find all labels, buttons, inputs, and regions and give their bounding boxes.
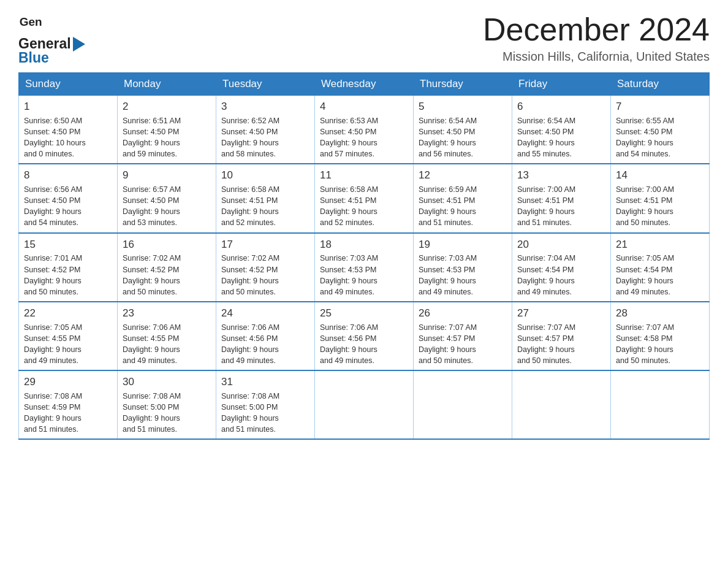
day-info: Sunrise: 7:02 AMSunset: 4:52 PMDaylight:… [123,253,211,297]
calendar-day-cell: 23Sunrise: 7:06 AMSunset: 4:55 PMDayligh… [118,302,216,370]
day-number: 29 [24,375,112,389]
calendar-header-row: SundayMondayTuesdayWednesdayThursdayFrid… [19,73,710,96]
day-number: 18 [320,237,408,252]
calendar-day-cell: 25Sunrise: 7:06 AMSunset: 4:56 PMDayligh… [315,302,414,370]
calendar-day-cell [315,370,414,439]
calendar-day-cell: 1Sunrise: 6:50 AMSunset: 4:50 PMDaylight… [19,96,118,164]
calendar-day-cell: 15Sunrise: 7:01 AMSunset: 4:52 PMDayligh… [19,233,118,302]
day-info: Sunrise: 6:50 AMSunset: 4:50 PMDaylight:… [24,115,112,160]
day-info: Sunrise: 6:57 AMSunset: 4:50 PMDaylight:… [123,184,211,229]
calendar-week-row: 8Sunrise: 6:56 AMSunset: 4:50 PMDaylight… [19,164,710,232]
calendar-day-cell: 29Sunrise: 7:08 AMSunset: 4:59 PMDayligh… [19,370,118,439]
day-number: 7 [616,99,704,114]
calendar-day-cell: 16Sunrise: 7:02 AMSunset: 4:52 PMDayligh… [118,233,216,302]
day-number: 20 [517,237,605,252]
page-subtitle: Mission Hills, California, United States [483,50,710,64]
day-info: Sunrise: 7:05 AMSunset: 4:54 PMDaylight:… [616,253,704,297]
calendar-day-cell: 14Sunrise: 7:00 AMSunset: 4:51 PMDayligh… [611,164,710,232]
logo-triangle-icon [73,37,85,52]
calendar-day-cell: 3Sunrise: 6:52 AMSunset: 4:50 PMDaylight… [216,96,315,164]
calendar-day-cell: 22Sunrise: 7:05 AMSunset: 4:55 PMDayligh… [19,302,118,370]
calendar-day-cell: 19Sunrise: 7:03 AMSunset: 4:53 PMDayligh… [414,233,512,302]
day-number: 17 [221,237,309,252]
day-info: Sunrise: 7:06 AMSunset: 4:56 PMDaylight:… [221,322,309,367]
calendar-day-cell: 18Sunrise: 7:03 AMSunset: 4:53 PMDayligh… [315,233,414,302]
calendar-day-cell: 13Sunrise: 7:00 AMSunset: 4:51 PMDayligh… [512,164,611,232]
day-info: Sunrise: 6:53 AMSunset: 4:50 PMDaylight:… [320,115,408,160]
calendar-week-row: 1Sunrise: 6:50 AMSunset: 4:50 PMDaylight… [19,96,710,164]
day-number: 3 [221,99,309,114]
calendar-day-cell: 28Sunrise: 7:07 AMSunset: 4:58 PMDayligh… [611,302,710,370]
day-number: 13 [517,168,605,183]
calendar-day-header: Wednesday [315,73,414,96]
logo: General General Blue [18,12,87,66]
calendar-day-header: Monday [118,73,216,96]
calendar-day-cell: 27Sunrise: 7:07 AMSunset: 4:57 PMDayligh… [512,302,611,370]
day-info: Sunrise: 7:00 AMSunset: 4:51 PMDaylight:… [616,184,704,229]
calendar-day-cell: 4Sunrise: 6:53 AMSunset: 4:50 PMDaylight… [315,96,414,164]
day-number: 1 [24,99,112,114]
day-info: Sunrise: 6:54 AMSunset: 4:50 PMDaylight:… [419,115,507,160]
day-info: Sunrise: 6:58 AMSunset: 4:51 PMDaylight:… [320,184,408,229]
calendar-day-cell [414,370,512,439]
calendar-day-cell: 21Sunrise: 7:05 AMSunset: 4:54 PMDayligh… [611,233,710,302]
calendar-day-cell: 17Sunrise: 7:02 AMSunset: 4:52 PMDayligh… [216,233,315,302]
calendar-day-cell: 8Sunrise: 6:56 AMSunset: 4:50 PMDaylight… [19,164,118,232]
calendar-day-cell [512,370,611,439]
calendar-day-cell: 24Sunrise: 7:06 AMSunset: 4:56 PMDayligh… [216,302,315,370]
day-number: 19 [419,237,507,252]
calendar-day-cell: 2Sunrise: 6:51 AMSunset: 4:50 PMDaylight… [118,96,216,164]
day-number: 28 [616,306,704,321]
day-info: Sunrise: 7:01 AMSunset: 4:52 PMDaylight:… [24,253,112,297]
day-info: Sunrise: 6:59 AMSunset: 4:51 PMDaylight:… [419,184,507,229]
day-info: Sunrise: 7:05 AMSunset: 4:55 PMDaylight:… [24,322,112,367]
calendar-week-row: 22Sunrise: 7:05 AMSunset: 4:55 PMDayligh… [19,302,710,370]
day-info: Sunrise: 7:07 AMSunset: 4:57 PMDaylight:… [517,322,605,367]
day-info: Sunrise: 7:08 AMSunset: 5:00 PMDaylight:… [221,391,309,435]
calendar-day-cell: 12Sunrise: 6:59 AMSunset: 4:51 PMDayligh… [414,164,512,232]
day-number: 24 [221,306,309,321]
day-number: 27 [517,306,605,321]
day-number: 31 [221,375,309,389]
day-info: Sunrise: 7:02 AMSunset: 4:52 PMDaylight:… [221,253,309,297]
day-number: 14 [616,168,704,183]
day-info: Sunrise: 7:06 AMSunset: 4:55 PMDaylight:… [123,322,211,367]
day-info: Sunrise: 7:04 AMSunset: 4:54 PMDaylight:… [517,253,605,297]
calendar-day-cell [611,370,710,439]
day-info: Sunrise: 6:56 AMSunset: 4:50 PMDaylight:… [24,184,112,229]
calendar-day-cell: 11Sunrise: 6:58 AMSunset: 4:51 PMDayligh… [315,164,414,232]
day-number: 4 [320,99,408,114]
day-number: 10 [221,168,309,183]
day-info: Sunrise: 6:55 AMSunset: 4:50 PMDaylight:… [616,115,704,160]
page-title: December 2024 [483,12,710,47]
svg-text:General: General [20,15,42,28]
calendar-day-cell: 10Sunrise: 6:58 AMSunset: 4:51 PMDayligh… [216,164,315,232]
day-number: 11 [320,168,408,183]
calendar-day-cell: 7Sunrise: 6:55 AMSunset: 4:50 PMDaylight… [611,96,710,164]
calendar-day-cell: 31Sunrise: 7:08 AMSunset: 5:00 PMDayligh… [216,370,315,439]
day-info: Sunrise: 7:08 AMSunset: 4:59 PMDaylight:… [24,391,112,435]
day-number: 15 [24,237,112,252]
day-number: 8 [24,168,112,183]
calendar-week-row: 15Sunrise: 7:01 AMSunset: 4:52 PMDayligh… [19,233,710,302]
calendar-day-cell: 30Sunrise: 7:08 AMSunset: 5:00 PMDayligh… [118,370,216,439]
day-info: Sunrise: 7:06 AMSunset: 4:56 PMDaylight:… [320,322,408,367]
day-number: 6 [517,99,605,114]
calendar-day-header: Friday [512,73,611,96]
day-number: 12 [419,168,507,183]
day-info: Sunrise: 6:58 AMSunset: 4:51 PMDaylight:… [221,184,309,229]
day-info: Sunrise: 6:52 AMSunset: 4:50 PMDaylight:… [221,115,309,160]
calendar-table: SundayMondayTuesdayWednesdayThursdayFrid… [18,72,710,440]
day-info: Sunrise: 6:54 AMSunset: 4:50 PMDaylight:… [517,115,605,160]
calendar-day-header: Thursday [414,73,512,96]
day-info: Sunrise: 7:07 AMSunset: 4:58 PMDaylight:… [616,322,704,367]
calendar-week-row: 29Sunrise: 7:08 AMSunset: 4:59 PMDayligh… [19,370,710,439]
day-number: 22 [24,306,112,321]
logo-blue: Blue [18,50,49,66]
calendar-day-header: Sunday [19,73,118,96]
page-header: General General Blue December 2024 Missi… [18,12,710,66]
logo-icon: General [18,12,42,36]
day-info: Sunrise: 7:08 AMSunset: 5:00 PMDaylight:… [123,391,211,435]
day-number: 26 [419,306,507,321]
day-number: 9 [123,168,211,183]
